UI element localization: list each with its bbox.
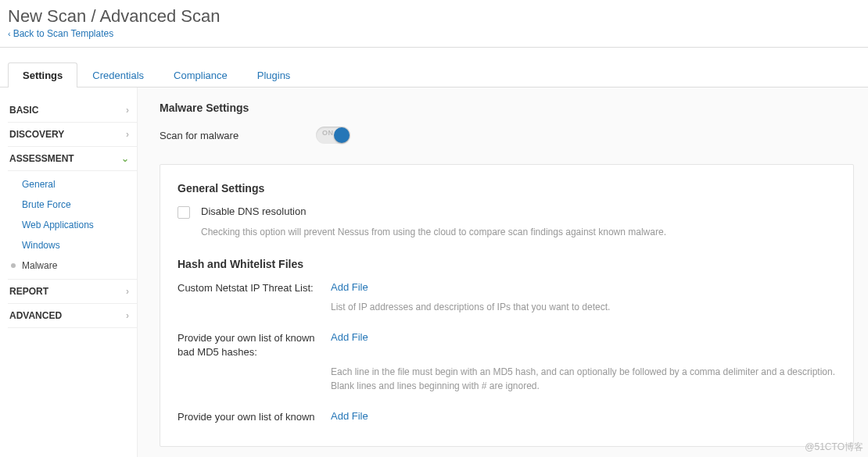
sidebar-cat-basic[interactable]: BASIC › (8, 98, 137, 123)
malware-settings-title: Malware Settings (160, 102, 854, 114)
assessment-subitems: General Brute Force Web Applications Win… (8, 171, 137, 280)
main-panel: Malware Settings Scan for malware ON Gen… (137, 87, 868, 457)
sidebar-cat-assessment[interactable]: ASSESSMENT ⌄ (8, 147, 137, 171)
toggle-knob (334, 127, 350, 143)
threat-list-label: Custom Netstat IP Threat List: (178, 281, 331, 295)
settings-sidebar: BASIC › DISCOVERY › ASSESSMENT ⌄ General… (0, 87, 137, 457)
back-label: Back to Scan Templates (13, 28, 114, 39)
hash-whitelist-title: Hash and Whitelist Files (178, 258, 836, 270)
sidebar-item-general[interactable]: General (8, 174, 137, 195)
tab-credentials[interactable]: Credentials (77, 62, 159, 87)
tab-plugins[interactable]: Plugins (242, 62, 306, 87)
sidebar-cat-report[interactable]: REPORT › (8, 280, 137, 304)
bad-md5-label: Provide your own list of known bad MD5 h… (178, 331, 331, 359)
disable-dns-label: Disable DNS resolution (201, 205, 306, 217)
known-list-add-file[interactable]: Add File (331, 410, 368, 422)
sidebar-cat-label: DISCOVERY (9, 129, 64, 140)
toggle-on-text: ON (322, 129, 334, 137)
tabs-bar: Settings Credentials Compliance Plugins (0, 62, 868, 87)
watermark: @51CTO博客 (805, 441, 863, 454)
chevron-right-icon: › (126, 105, 129, 116)
back-to-templates-link[interactable]: ‹ Back to Scan Templates (8, 28, 113, 39)
general-settings-title: General Settings (178, 182, 836, 195)
sidebar-item-web-apps[interactable]: Web Applications (8, 215, 137, 235)
sidebar-item-brute-force[interactable]: Brute Force (8, 195, 137, 215)
sidebar-cat-advanced[interactable]: ADVANCED › (8, 304, 137, 328)
bad-md5-add-file[interactable]: Add File (331, 331, 368, 343)
sidebar-item-windows[interactable]: Windows (8, 235, 137, 255)
chevron-down-icon: ⌄ (121, 153, 129, 164)
page-title: New Scan / Advanced Scan (8, 6, 860, 27)
disable-dns-help: Checking this option will prevent Nessus… (201, 225, 836, 239)
known-list-label: Provide your own list of known (178, 410, 331, 424)
threat-list-add-file[interactable]: Add File (331, 281, 368, 293)
scan-for-malware-label: Scan for malware (160, 130, 316, 141)
general-settings-panel: General Settings Disable DNS resolution … (160, 164, 854, 447)
bad-md5-help: Each line in the file must begin with an… (331, 365, 836, 393)
sidebar-cat-label: ADVANCED (9, 310, 62, 321)
chevron-right-icon: › (126, 310, 129, 321)
header-divider (0, 47, 868, 48)
chevron-left-icon: ‹ (8, 29, 11, 38)
tab-compliance[interactable]: Compliance (159, 62, 242, 87)
scan-for-malware-toggle[interactable]: ON (316, 127, 350, 144)
sidebar-cat-label: BASIC (9, 105, 38, 116)
sidebar-cat-discovery[interactable]: DISCOVERY › (8, 123, 137, 147)
tab-settings[interactable]: Settings (8, 62, 77, 87)
chevron-right-icon: › (126, 129, 129, 140)
sidebar-cat-label: ASSESSMENT (9, 153, 74, 164)
chevron-right-icon: › (126, 286, 129, 297)
sidebar-item-malware[interactable]: Malware (8, 255, 137, 276)
threat-list-help: List of IP addresses and descriptions of… (331, 300, 836, 314)
disable-dns-checkbox[interactable] (178, 206, 190, 219)
sidebar-cat-label: REPORT (9, 286, 48, 297)
